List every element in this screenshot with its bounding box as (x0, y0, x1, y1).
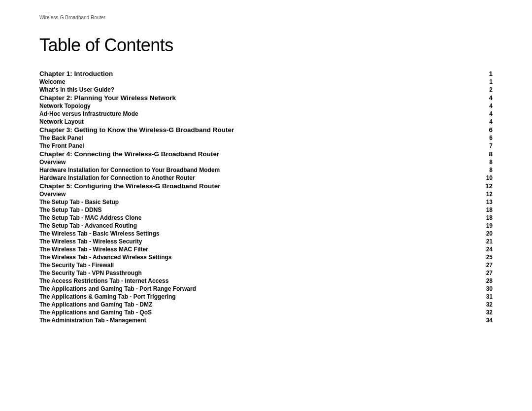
subsection-title: Network Layout (39, 118, 476, 126)
subsection-page: 1 (476, 78, 493, 86)
subsection-row: The Back Panel6 (39, 134, 493, 142)
subsection-title: The Security Tab - VPN Passthrough (39, 269, 476, 277)
subsection-title: The Front Panel (39, 142, 476, 150)
subsection-title: The Applications & Gaming Tab - Port Tri… (39, 293, 476, 301)
subsection-page: 2 (476, 86, 493, 94)
subsection-page: 30 (476, 285, 493, 293)
subsection-page: 34 (476, 316, 493, 324)
chapter-page: 8 (476, 150, 493, 158)
subsection-title: Hardware Installation for Connection to … (39, 174, 476, 182)
subsection-page: 20 (476, 230, 493, 238)
subsection-row: The Security Tab - Firewall27 (39, 261, 493, 269)
chapter-row: Chapter 5: Configuring the Wireless-G Br… (39, 182, 493, 190)
subsection-title: Network Topology (39, 102, 476, 110)
chapter-page: 12 (476, 182, 493, 190)
chapter-row: Chapter 3: Getting to Know the Wireless-… (39, 126, 493, 134)
subsection-row: The Front Panel7 (39, 142, 493, 150)
subsection-page: 6 (476, 134, 493, 142)
subsection-row: The Administration Tab - Management34 (39, 316, 493, 324)
subsection-row: Network Layout4 (39, 118, 493, 126)
subsection-row: The Setup Tab - DDNS18 (39, 206, 493, 214)
subsection-page: 27 (476, 261, 493, 269)
header-label: Wireless-G Broadband Router (39, 15, 493, 20)
subsection-page: 25 (476, 253, 493, 261)
chapter-title: Chapter 3: Getting to Know the Wireless-… (39, 126, 476, 134)
subsection-row: The Applications and Gaming Tab - QoS32 (39, 308, 493, 316)
subsection-page: 12 (476, 190, 493, 198)
chapter-page: 1 (476, 69, 493, 78)
subsection-row: The Access Restrictions Tab - Internet A… (39, 277, 493, 285)
subsection-title: The Administration Tab - Management (39, 316, 476, 324)
subsection-row: Welcome1 (39, 78, 493, 86)
toc-title: Table of Contents (39, 35, 493, 56)
chapter-page: 4 (476, 94, 493, 102)
subsection-title: The Applications and Gaming Tab - QoS (39, 308, 476, 316)
subsection-page: 8 (476, 158, 493, 166)
subsection-title: The Wireless Tab - Basic Wireless Settin… (39, 230, 476, 238)
subsection-title: The Setup Tab - DDNS (39, 206, 476, 214)
subsection-title: The Setup Tab - Advanced Routing (39, 222, 476, 230)
toc-table: Chapter 1: Introduction1Welcome1What's i… (39, 69, 493, 324)
subsection-title: Overview (39, 190, 476, 198)
chapter-row: Chapter 4: Connecting the Wireless-G Bro… (39, 150, 493, 158)
subsection-page: 32 (476, 308, 493, 316)
page-container: Wireless-G Broadband Router Table of Con… (0, 0, 532, 344)
subsection-title: The Wireless Tab - Wireless MAC Filter (39, 245, 476, 253)
subsection-page: 24 (476, 245, 493, 253)
subsection-row: Hardware Installation for Connection to … (39, 174, 493, 182)
subsection-page: 4 (476, 118, 493, 126)
subsection-page: 4 (476, 102, 493, 110)
chapter-title: Chapter 4: Connecting the Wireless-G Bro… (39, 150, 476, 158)
subsection-page: 27 (476, 269, 493, 277)
subsection-row: Network Topology4 (39, 102, 493, 110)
subsection-page: 31 (476, 293, 493, 301)
subsection-row: The Applications and Gaming Tab - DMZ32 (39, 301, 493, 308)
chapter-page: 6 (476, 126, 493, 134)
subsection-row: The Applications & Gaming Tab - Port Tri… (39, 293, 493, 301)
subsection-row: What's in this User Guide?2 (39, 86, 493, 94)
subsection-title: Welcome (39, 78, 476, 86)
subsection-page: 7 (476, 142, 493, 150)
subsection-title: The Back Panel (39, 134, 476, 142)
chapter-row: Chapter 1: Introduction1 (39, 69, 493, 78)
subsection-title: The Wireless Tab - Wireless Security (39, 238, 476, 245)
chapter-title: Chapter 5: Configuring the Wireless-G Br… (39, 182, 476, 190)
subsection-page: 10 (476, 174, 493, 182)
subsection-row: Ad-Hoc versus Infrastructure Mode4 (39, 110, 493, 118)
subsection-page: 32 (476, 301, 493, 308)
subsection-row: The Wireless Tab - Advanced Wireless Set… (39, 253, 493, 261)
subsection-title: Hardware Installation for Connection to … (39, 166, 476, 174)
subsection-row: Overview8 (39, 158, 493, 166)
subsection-row: Overview12 (39, 190, 493, 198)
subsection-row: The Wireless Tab - Wireless MAC Filter24 (39, 245, 493, 253)
subsection-page: 4 (476, 110, 493, 118)
subsection-page: 18 (476, 206, 493, 214)
subsection-row: The Applications and Gaming Tab - Port R… (39, 285, 493, 293)
subsection-title: The Setup Tab - Basic Setup (39, 198, 476, 206)
subsection-title: Overview (39, 158, 476, 166)
subsection-page: 28 (476, 277, 493, 285)
subsection-row: Hardware Installation for Connection to … (39, 166, 493, 174)
subsection-page: 19 (476, 222, 493, 230)
subsection-page: 8 (476, 166, 493, 174)
subsection-title: The Access Restrictions Tab - Internet A… (39, 277, 476, 285)
subsection-row: The Wireless Tab - Basic Wireless Settin… (39, 230, 493, 238)
subsection-row: The Wireless Tab - Wireless Security21 (39, 238, 493, 245)
subsection-title: The Setup Tab - MAC Address Clone (39, 214, 476, 222)
chapter-row: Chapter 2: Planning Your Wireless Networ… (39, 94, 493, 102)
subsection-row: The Setup Tab - MAC Address Clone18 (39, 214, 493, 222)
subsection-title: The Applications and Gaming Tab - DMZ (39, 301, 476, 308)
subsection-title: The Applications and Gaming Tab - Port R… (39, 285, 476, 293)
chapter-title: Chapter 1: Introduction (39, 69, 476, 78)
subsection-title: The Wireless Tab - Advanced Wireless Set… (39, 253, 476, 261)
subsection-row: The Setup Tab - Basic Setup13 (39, 198, 493, 206)
subsection-title: The Security Tab - Firewall (39, 261, 476, 269)
chapter-title: Chapter 2: Planning Your Wireless Networ… (39, 94, 476, 102)
subsection-row: The Setup Tab - Advanced Routing19 (39, 222, 493, 230)
subsection-title: Ad-Hoc versus Infrastructure Mode (39, 110, 476, 118)
subsection-row: The Security Tab - VPN Passthrough27 (39, 269, 493, 277)
subsection-page: 13 (476, 198, 493, 206)
subsection-page: 21 (476, 238, 493, 245)
subsection-title: What's in this User Guide? (39, 86, 476, 94)
subsection-page: 18 (476, 214, 493, 222)
